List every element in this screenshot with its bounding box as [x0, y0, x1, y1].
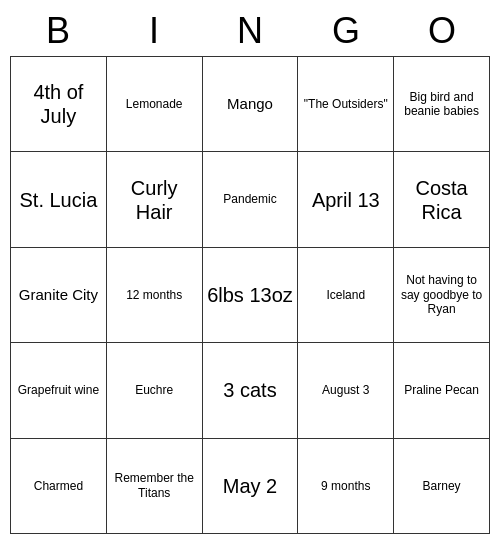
- cell-r1-c1: Curly Hair: [106, 152, 202, 247]
- cell-r3-c2: 3 cats: [202, 343, 298, 438]
- cell-r2-c0: Granite City: [11, 247, 107, 342]
- cell-r0-c3: "The Outsiders": [298, 57, 394, 152]
- letter-o: O: [394, 10, 490, 52]
- cell-r3-c1: Euchre: [106, 343, 202, 438]
- cell-r0-c0: 4th of July: [11, 57, 107, 152]
- cell-r1-c0: St. Lucia: [11, 152, 107, 247]
- letter-g: G: [298, 10, 394, 52]
- cell-r3-c0: Grapefruit wine: [11, 343, 107, 438]
- bingo-grid: 4th of JulyLemonadeMango"The Outsiders"B…: [10, 56, 490, 534]
- cell-r0-c1: Lemonade: [106, 57, 202, 152]
- cell-r4-c2: May 2: [202, 438, 298, 533]
- cell-r4-c3: 9 months: [298, 438, 394, 533]
- cell-r3-c4: Praline Pecan: [394, 343, 490, 438]
- cell-r2-c4: Not having to say goodbye to Ryan: [394, 247, 490, 342]
- cell-r4-c0: Charmed: [11, 438, 107, 533]
- letter-b: B: [10, 10, 106, 52]
- cell-r4-c1: Remember the Titans: [106, 438, 202, 533]
- cell-r1-c2: Pandemic: [202, 152, 298, 247]
- cell-r4-c4: Barney: [394, 438, 490, 533]
- cell-r1-c3: April 13: [298, 152, 394, 247]
- cell-r2-c1: 12 months: [106, 247, 202, 342]
- bingo-title: B I N G O: [10, 10, 490, 52]
- cell-r0-c2: Mango: [202, 57, 298, 152]
- letter-n: N: [202, 10, 298, 52]
- letter-i: I: [106, 10, 202, 52]
- cell-r3-c3: August 3: [298, 343, 394, 438]
- cell-r1-c4: Costa Rica: [394, 152, 490, 247]
- cell-r0-c4: Big bird and beanie babies: [394, 57, 490, 152]
- cell-r2-c3: Iceland: [298, 247, 394, 342]
- cell-r2-c2: 6lbs 13oz: [202, 247, 298, 342]
